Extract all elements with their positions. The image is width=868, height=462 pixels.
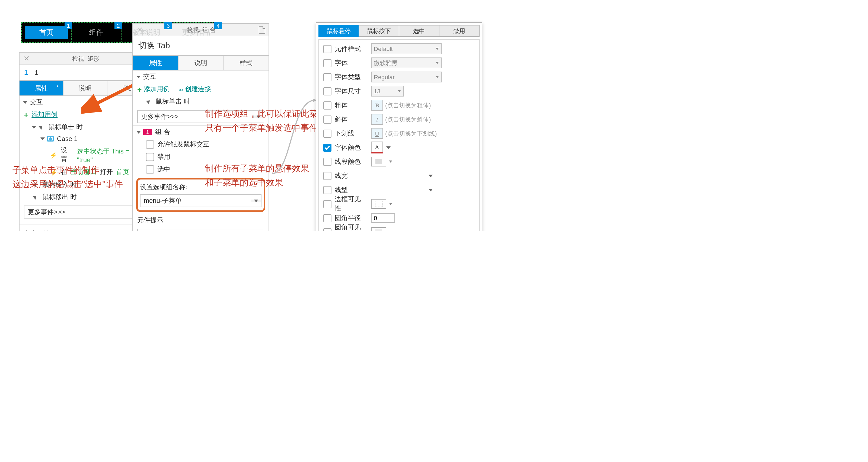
tab-selected[interactable]: 选中: [399, 25, 439, 37]
chevron-down-icon: [32, 126, 36, 129]
widget-index: 1: [20, 69, 33, 76]
checkbox[interactable]: [323, 200, 332, 208]
tab-notes[interactable]: 说明: [178, 56, 223, 70]
prop-bold: 粗体 B(点击切换为粗体): [319, 98, 479, 112]
section-interactions[interactable]: 交互: [133, 70, 269, 83]
inspector-panel-rectangle: 检视: 矩形 1 1 属性• 说明 样式 交互 + 添加用例 鼠标单击 时: [19, 52, 151, 231]
text-link-row: 文本链接: [20, 224, 151, 231]
checkbox[interactable]: [323, 129, 332, 137]
checkbox[interactable]: [323, 158, 332, 166]
checkbox[interactable]: [323, 87, 332, 95]
widget-name-row[interactable]: 1 1: [20, 65, 151, 81]
inspector-tabs: 属性 说明 样式: [133, 55, 269, 70]
checkbox[interactable]: [323, 115, 332, 123]
widget-name[interactable]: 切换 Tab: [133, 36, 269, 55]
bolt-icon: [50, 151, 58, 159]
prop-line-color: 线段颜色: [319, 155, 479, 169]
link-icon: ∞: [179, 86, 183, 93]
checkbox[interactable]: [146, 140, 154, 148]
hint-input[interactable]: [137, 229, 264, 231]
prop-font-type: 字体类型 Regular: [319, 70, 479, 84]
line-width-sample[interactable]: [371, 175, 425, 176]
checkbox[interactable]: [323, 101, 332, 109]
plus-icon: +: [24, 110, 28, 119]
page-icon[interactable]: [259, 26, 265, 34]
chevron-down-icon: [136, 75, 141, 78]
hint-label: 元件提示: [133, 214, 269, 227]
tab-properties[interactable]: 属性•: [20, 81, 63, 95]
nav-tab-label: 更多作品: [182, 28, 210, 37]
unsaved-dot-icon: •: [57, 84, 59, 89]
svg-line-0: [92, 84, 135, 106]
combo-widget-style[interactable]: Default: [371, 43, 442, 54]
nav-tab-number: 3: [164, 22, 172, 29]
nav-tab-components[interactable]: 组件 2: [72, 23, 122, 42]
count-badge: 1: [143, 129, 152, 135]
border-vis-picker[interactable]: [371, 199, 386, 209]
connector-arrow-icon: [270, 98, 321, 179]
checkbox[interactable]: [323, 45, 332, 53]
dialog-body: 元件样式 Default 字体 微软雅黑 字体类型 Regular 字体尺寸 1…: [318, 39, 479, 231]
chevron-down-icon: [429, 189, 433, 191]
create-link[interactable]: ∞ 创建连接: [179, 85, 211, 94]
tab-style[interactable]: 样式: [224, 56, 269, 70]
line-color-picker[interactable]: [371, 157, 386, 166]
expand-icon[interactable]: [23, 55, 30, 62]
checkbox[interactable]: [323, 59, 332, 67]
nav-tab-home[interactable]: 首页 1: [22, 23, 72, 42]
tab-properties[interactable]: 属性: [133, 56, 178, 70]
chevron-down-icon: [136, 131, 141, 133]
prop-font-color: 字体颜色 A: [319, 140, 479, 155]
checkbox[interactable]: [323, 214, 332, 222]
action-set-selected[interactable]: 设置 选中状态于 This = "true": [20, 144, 151, 166]
cursor-icon: [146, 98, 152, 105]
combo-font-size[interactable]: 13: [371, 86, 404, 97]
prop-underline: 下划线 U(点击切换为下划线): [319, 126, 479, 140]
font-color-button[interactable]: A: [371, 141, 383, 154]
opt-allow-mouse[interactable]: 允许触发鼠标交互: [133, 138, 269, 151]
chevron-down-icon: [23, 101, 27, 104]
more-events-combo[interactable]: 更多事件>>>: [24, 205, 147, 219]
checkbox[interactable]: [146, 165, 154, 173]
prop-widget-style: 元件样式 Default: [319, 42, 479, 56]
plus-icon: +: [137, 85, 142, 94]
checkbox[interactable]: [323, 172, 332, 180]
checkbox[interactable]: [323, 228, 332, 231]
inspector-header: 检视: 矩形: [20, 53, 151, 65]
combo-font-type[interactable]: Regular: [371, 72, 442, 82]
dialog-tabs: 鼠标悬停 鼠标按下 选中 禁用: [318, 25, 479, 37]
case-1[interactable]: Case 1: [20, 133, 151, 144]
event-onclick[interactable]: 鼠标单击 时: [133, 95, 269, 108]
nav-tab-number: 2: [115, 22, 122, 29]
italic-button[interactable]: I: [371, 114, 383, 125]
combo-font[interactable]: 微软雅黑: [371, 58, 442, 68]
corner-radius-input[interactable]: [371, 213, 395, 223]
checkbox[interactable]: [323, 186, 332, 194]
event-onclick[interactable]: 鼠标单击 时: [20, 121, 151, 133]
checkbox[interactable]: [323, 73, 332, 81]
event-mouseleave[interactable]: 鼠标移出 时: [20, 191, 151, 203]
add-case-link[interactable]: + 添加用例: [137, 85, 170, 94]
corner-vis-picker[interactable]: [371, 227, 386, 231]
case-icon: [47, 136, 54, 141]
prop-corner-visibility: 圆角可见性: [319, 225, 479, 231]
chevron-down-icon: [429, 174, 433, 177]
prop-border-visibility: 边框可见性: [319, 197, 479, 211]
nav-tab-number: 4: [214, 22, 222, 29]
prop-line-width: 线宽: [319, 169, 479, 183]
nav-tab-label: 首页: [39, 28, 54, 37]
underline-button[interactable]: U: [371, 128, 383, 139]
interaction-style-dialog: 鼠标悬停 鼠标按下 选中 禁用 元件样式 Default 字体 微软雅黑 字体类…: [316, 22, 482, 231]
tab-hover[interactable]: 鼠标悬停: [318, 25, 359, 37]
tab-mousedown[interactable]: 鼠标按下: [359, 25, 399, 37]
group-name-combo[interactable]: menu-子菜单: [140, 194, 261, 207]
nav-tab-label: 组件: [89, 28, 103, 37]
bold-button[interactable]: B: [371, 100, 383, 111]
prop-italic: 斜体 I(点击切换为斜体): [319, 112, 479, 126]
cursor-icon: [33, 194, 39, 200]
checkbox[interactable]: [323, 143, 332, 152]
nav-tab-label: 版本说明: [132, 28, 160, 37]
tab-disabled[interactable]: 禁用: [439, 25, 479, 37]
line-style-sample[interactable]: [371, 190, 425, 190]
checkbox[interactable]: [146, 153, 154, 161]
